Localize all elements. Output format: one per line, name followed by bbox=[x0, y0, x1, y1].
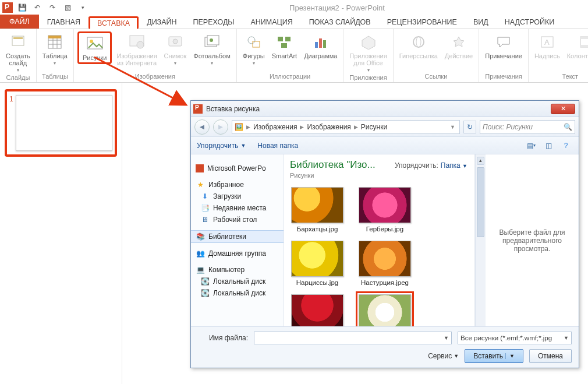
svg-rect-23 bbox=[319, 38, 322, 48]
dialog-body: Microsoft PowerPo ★Избранное ⬇Загрузки 📑… bbox=[191, 154, 579, 326]
refresh-button[interactable]: ↻ bbox=[463, 121, 476, 133]
sidebar-item-downloads[interactable]: ⬇Загрузки bbox=[191, 191, 284, 202]
file-item[interactable]: Бархатцы.jpg bbox=[290, 187, 345, 232]
shapes-button[interactable]: Фигуры ▾ bbox=[240, 31, 267, 67]
sidebar-item-disk2[interactable]: 💽Локальный диск bbox=[191, 287, 284, 299]
chevron-down-icon[interactable]: ▼ bbox=[505, 353, 515, 359]
headerfooter-button[interactable]: Колонтитулы bbox=[565, 31, 588, 61]
view-options-button[interactable]: ▤▾ bbox=[524, 139, 538, 152]
file-list-pane: Библиотека "Изо... Рисунки Упорядочить: … bbox=[284, 154, 475, 326]
apps-button[interactable]: Приложения для Office ▾ bbox=[347, 31, 389, 74]
svg-rect-18 bbox=[253, 41, 260, 47]
chevron-down-icon: ▾ bbox=[174, 61, 176, 66]
group-comments: Примечание Примечания bbox=[479, 29, 529, 82]
file-item[interactable]: Герберы.jpg bbox=[357, 187, 412, 232]
smartart-button[interactable]: SmartArt bbox=[270, 31, 299, 61]
new-folder-button[interactable]: Новая папка bbox=[257, 142, 298, 150]
svg-point-26 bbox=[413, 37, 424, 47]
back-button[interactable]: ◄ bbox=[194, 119, 210, 135]
pictures-button[interactable]: Рисунки bbox=[77, 31, 112, 64]
tab-file[interactable]: ФАЙЛ bbox=[0, 15, 39, 29]
sidebar-item-recent[interactable]: 📑Недавние места bbox=[191, 202, 284, 214]
start-slideshow-icon[interactable]: ▧ bbox=[62, 2, 73, 13]
tab-home[interactable]: ГЛАВНАЯ bbox=[39, 16, 88, 29]
dialog-title: Вставка рисунка bbox=[206, 105, 551, 113]
save-icon[interactable]: 💾 bbox=[16, 2, 28, 13]
filetype-select[interactable]: Все рисунки (*.emf;*.wmf;*.jpg▼ bbox=[458, 332, 572, 344]
tab-animations[interactable]: АНИМАЦИЯ bbox=[242, 16, 300, 29]
file-list-scrollbar[interactable]: ▴ bbox=[475, 154, 486, 326]
smartart-icon bbox=[275, 33, 293, 51]
insert-button[interactable]: Вставить▼ bbox=[465, 349, 523, 363]
file-item[interactable]: Настурция.jpeg bbox=[357, 241, 412, 286]
chevron-down-icon: ▾ bbox=[54, 61, 56, 66]
powerpoint-icon bbox=[196, 164, 204, 172]
chart-button[interactable]: Диаграмма bbox=[302, 31, 339, 61]
group-text: A Надпись Колонтитулы Текст bbox=[529, 29, 588, 82]
tab-view[interactable]: ВИД bbox=[465, 16, 497, 29]
new-slide-button[interactable]: Создать слайд ▾ bbox=[3, 31, 33, 74]
scroll-thumb[interactable] bbox=[477, 167, 484, 237]
tab-review[interactable]: РЕЦЕНЗИРОВАНИЕ bbox=[379, 16, 465, 29]
hyperlink-button[interactable]: Гиперссылка bbox=[397, 31, 440, 61]
photoalbum-button[interactable]: Фотоальбом ▾ bbox=[191, 31, 233, 67]
ribbon-tabs: ФАЙЛ ГЛАВНАЯ ВСТАВКА ДИЗАЙН ПЕРЕХОДЫ АНИ… bbox=[0, 15, 588, 29]
filename-input[interactable]: ▼ bbox=[254, 332, 452, 344]
search-input[interactable]: Поиск: Рисунки 🔍 bbox=[480, 120, 575, 134]
online-pictures-icon bbox=[127, 33, 146, 51]
dialog-main: Библиотека "Изо... Рисунки Упорядочить: … bbox=[284, 154, 579, 326]
scroll-up-button[interactable]: ▴ bbox=[477, 157, 484, 165]
chevron-down-icon[interactable]: ▼ bbox=[564, 335, 569, 341]
search-icon[interactable]: 🔍 bbox=[564, 123, 572, 131]
svg-rect-24 bbox=[323, 40, 326, 48]
breadcrumb[interactable]: 🖼️ ▶ Изображения ▶ Изображения ▶ Рисунки… bbox=[232, 120, 460, 134]
file-item[interactable]: Розы.jpg bbox=[290, 294, 345, 326]
sidebar-item-libraries[interactable]: 📚Библиотеки bbox=[191, 230, 284, 243]
tab-design[interactable]: ДИЗАЙН bbox=[139, 16, 185, 29]
redo-icon[interactable]: ↷ bbox=[47, 2, 58, 13]
photoalbum-icon bbox=[203, 33, 221, 51]
slide-thumbnail-1[interactable]: 1 bbox=[5, 89, 117, 157]
tab-slideshow[interactable]: ПОКАЗ СЛАЙДОВ bbox=[301, 16, 379, 29]
svg-point-27 bbox=[416, 37, 421, 47]
close-button[interactable]: ✕ bbox=[551, 104, 575, 114]
textbox-button[interactable]: A Надпись bbox=[532, 31, 562, 61]
table-icon bbox=[45, 33, 64, 51]
chevron-down-icon[interactable]: ▼ bbox=[444, 335, 449, 341]
chevron-right-icon: ▶ bbox=[352, 124, 360, 130]
file-item[interactable]: Нарциссы.jpg bbox=[290, 241, 345, 286]
tab-insert[interactable]: ВСТАВКА bbox=[88, 16, 139, 29]
sidebar-item-desktop[interactable]: 🖥Рабочий стол bbox=[191, 214, 284, 226]
online-pictures-button[interactable]: Изображения из Интернета bbox=[114, 31, 159, 68]
chevron-down-icon: ▾ bbox=[253, 61, 255, 66]
chevron-down-icon[interactable]: ▼ bbox=[448, 124, 457, 130]
recent-icon: 📑 bbox=[200, 204, 210, 212]
filename-label: Имя файла: bbox=[198, 334, 248, 342]
sidebar-item-powerpoint[interactable]: Microsoft PowerPo bbox=[191, 163, 284, 174]
tab-addins[interactable]: НАДСТРОЙКИ bbox=[497, 16, 563, 29]
sidebar-item-computer[interactable]: 💻Компьютер bbox=[191, 264, 284, 276]
disk-icon: 💽 bbox=[200, 277, 210, 286]
undo-icon[interactable]: ↶ bbox=[31, 2, 43, 13]
library-subtitle: Рисунки bbox=[290, 172, 469, 179]
table-button[interactable]: Таблица ▾ bbox=[40, 31, 70, 67]
action-button[interactable]: Действие bbox=[442, 31, 475, 61]
file-item-selected[interactable]: Ромашки.jpg bbox=[357, 294, 412, 326]
sidebar-item-disk1[interactable]: 💽Локальный диск bbox=[191, 276, 284, 287]
svg-point-17 bbox=[248, 37, 255, 44]
service-menu[interactable]: Сервис▼ bbox=[428, 352, 459, 360]
arrange-by-menu[interactable]: Папка ▼ bbox=[441, 161, 467, 170]
group-slides: Создать слайд ▾ Слайды bbox=[0, 29, 37, 82]
organize-menu[interactable]: Упорядочить▼ bbox=[197, 142, 246, 150]
tab-transitions[interactable]: ПЕРЕХОДЫ bbox=[185, 16, 243, 29]
cancel-button[interactable]: Отмена bbox=[529, 349, 572, 363]
comment-button[interactable]: Примечание bbox=[483, 31, 525, 61]
preview-pane-toggle[interactable]: ◫ bbox=[541, 139, 555, 152]
qat-customize-icon[interactable]: ▾ bbox=[77, 2, 88, 13]
slide-number: 1 bbox=[9, 95, 13, 151]
help-button[interactable]: ? bbox=[559, 139, 573, 152]
sidebar-item-homegroup[interactable]: 👥Домашняя группа bbox=[191, 248, 284, 259]
forward-button[interactable]: ► bbox=[213, 119, 228, 135]
screenshot-button[interactable]: Снимок ▾ bbox=[162, 31, 189, 67]
sidebar-item-favorites[interactable]: ★Избранное bbox=[191, 179, 284, 191]
